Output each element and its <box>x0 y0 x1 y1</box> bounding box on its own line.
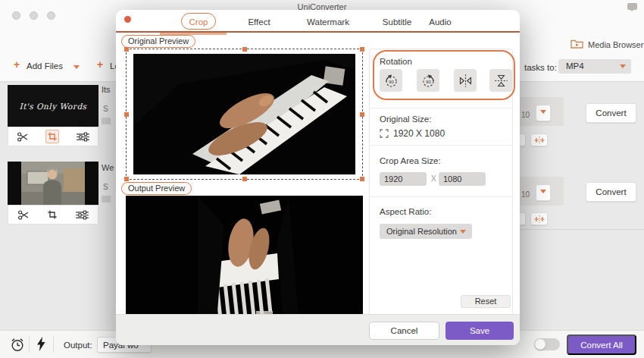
aspect-ratio-label: Aspect Ratio: <box>380 207 431 216</box>
feedback-icon[interactable] <box>627 3 637 10</box>
divider <box>29 336 30 353</box>
crop-width-input[interactable] <box>380 172 427 186</box>
aspect-ratio-select[interactable]: Original Resolution <box>380 224 472 239</box>
add-files-button[interactable]: Add Files <box>27 61 63 71</box>
section-divider <box>370 108 512 108</box>
clip2-title-partial: We <box>102 163 114 172</box>
crop-handle-ne[interactable] <box>360 47 364 52</box>
chevron-down-icon <box>540 110 546 117</box>
hardware-acceleration-bolt-icon[interactable] <box>36 337 45 351</box>
tab-subtitle[interactable]: Subtitle <box>383 17 411 27</box>
crop-handle-sw[interactable] <box>124 177 129 181</box>
tab-audio[interactable]: Audio <box>429 17 451 27</box>
original-size-value: 1920 X 1080 <box>393 128 445 139</box>
traffic-light-close[interactable] <box>12 11 20 20</box>
media-browser-button[interactable]: Media Browser <box>588 40 643 49</box>
section-divider <box>370 196 512 197</box>
dialog-footer: Cancel Save <box>116 314 520 345</box>
split-compare-icon <box>534 215 545 223</box>
clip1-thumbnail[interactable]: It's Only Words <box>8 85 98 127</box>
clip2-meta-partial: S <box>103 183 108 191</box>
plus-icon: + <box>97 58 103 71</box>
traffic-light-minimize[interactable] <box>30 11 38 20</box>
clip1-meta-partial: S <box>103 105 108 113</box>
crop-handle-n[interactable] <box>242 47 247 52</box>
tasks-to-label: tasks to: <box>524 63 557 72</box>
clip1-caption: It's Only Words <box>8 102 98 111</box>
crop-tool-icon-active[interactable] <box>45 130 59 143</box>
media-folder-icon <box>571 39 583 49</box>
output-preview-label: Output Preview <box>121 182 192 195</box>
dialog-close-button[interactable] <box>124 16 131 23</box>
aspect-ratio-value: Original Resolution <box>386 227 457 236</box>
rotation-annotation <box>373 50 515 100</box>
convert-all-button[interactable]: Convert All <box>567 334 636 355</box>
clip1-title-partial: Its <box>102 85 111 94</box>
plus-icon: + <box>14 58 20 71</box>
row-divider <box>520 229 644 230</box>
format-value: MP4 <box>566 61 584 71</box>
chevron-down-icon <box>540 190 546 196</box>
clip2-edit-toolbar <box>8 205 98 225</box>
divider <box>53 336 54 353</box>
high-speed-toggle[interactable] <box>534 338 560 350</box>
clip1-meta-icon <box>102 118 111 124</box>
trim-scissors-icon[interactable] <box>17 131 29 143</box>
clip1-compare-button[interactable] <box>530 133 548 146</box>
original-preview-video <box>133 54 355 174</box>
traffic-light-zoom[interactable] <box>47 11 55 20</box>
crop-handle-e[interactable] <box>360 112 364 117</box>
crop-handle-w[interactable] <box>124 112 129 117</box>
clip2-thumbnail[interactable] <box>8 162 98 205</box>
clip2-video-frame <box>8 162 98 205</box>
crop-handle-se[interactable] <box>360 177 364 181</box>
clip1-format-partial: 10 <box>521 111 530 119</box>
schedule-clock-icon[interactable] <box>11 338 24 352</box>
original-preview-label: Original Preview <box>121 35 195 48</box>
save-button[interactable]: Save <box>445 322 514 340</box>
reset-button[interactable]: Reset <box>461 295 511 308</box>
clip2-meta-icon <box>102 196 111 203</box>
tab-watermark[interactable]: Watermark <box>307 17 349 27</box>
crop-handle-s[interactable] <box>242 177 247 181</box>
original-size-label: Original Size: <box>380 115 431 124</box>
clip1-format-dropdown-button[interactable] <box>536 105 551 121</box>
output-format-select[interactable]: MP4 <box>558 59 631 74</box>
clip2-format-dropdown-button[interactable] <box>536 184 551 201</box>
section-divider <box>370 145 512 146</box>
crop-handle-nw[interactable] <box>124 47 129 52</box>
crop-area-size-label: Crop Area Size: <box>380 156 441 165</box>
trim-scissors-icon[interactable] <box>17 209 30 221</box>
split-compare-icon <box>534 137 545 144</box>
tab-crop[interactable]: Crop <box>189 17 208 27</box>
output-label: Output: <box>64 341 92 350</box>
chevron-down-icon <box>620 64 626 71</box>
clip1-edit-toolbar <box>8 127 98 146</box>
chevron-down-icon <box>460 230 466 237</box>
crop-tool-icon[interactable] <box>48 210 57 219</box>
clip2-compare-button[interactable] <box>530 212 548 225</box>
crop-height-input[interactable] <box>439 172 486 186</box>
tab-effect[interactable]: Effect <box>248 17 270 27</box>
size-separator: X <box>431 174 436 183</box>
crop-dialog: Crop Effect Watermark Subtitle Audio Ori… <box>116 10 520 345</box>
cancel-button[interactable]: Cancel <box>369 322 439 340</box>
clip1-convert-button[interactable]: Convert <box>586 103 636 123</box>
chevron-down-icon[interactable] <box>73 65 80 72</box>
effects-sliders-icon[interactable] <box>77 132 89 142</box>
clip2-convert-button[interactable]: Convert <box>586 182 636 202</box>
effects-sliders-icon[interactable] <box>76 210 89 220</box>
clip2-format-partial: 10 <box>521 190 530 199</box>
frame-size-icon <box>380 129 389 138</box>
